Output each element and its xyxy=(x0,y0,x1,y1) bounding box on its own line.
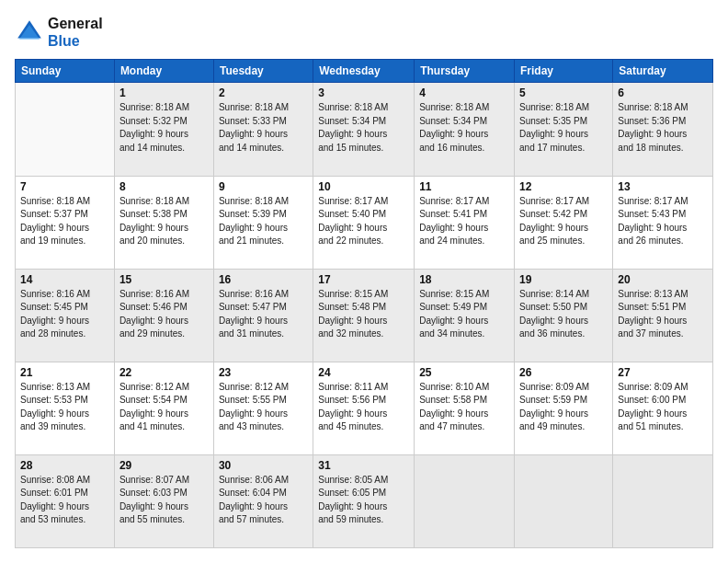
day-info: Sunrise: 8:17 AM Sunset: 5:41 PM Dayligh… xyxy=(419,195,509,248)
calendar-cell: 5Sunrise: 8:18 AM Sunset: 5:35 PM Daylig… xyxy=(515,83,613,176)
calendar-cell xyxy=(515,454,613,547)
calendar-cell: 8Sunrise: 8:18 AM Sunset: 5:38 PM Daylig… xyxy=(114,176,213,269)
day-number: 26 xyxy=(519,366,608,379)
day-info: Sunrise: 8:17 AM Sunset: 5:42 PM Dayligh… xyxy=(519,195,608,248)
logo-icon xyxy=(15,17,44,47)
calendar-week-row: 21Sunrise: 8:13 AM Sunset: 5:53 PM Dayli… xyxy=(16,362,713,454)
day-info: Sunrise: 8:15 AM Sunset: 5:49 PM Dayligh… xyxy=(419,288,509,341)
calendar-cell: 31Sunrise: 8:05 AM Sunset: 6:05 PM Dayli… xyxy=(313,454,415,547)
day-number: 21 xyxy=(20,366,109,379)
calendar-cell: 17Sunrise: 8:15 AM Sunset: 5:48 PM Dayli… xyxy=(313,269,415,362)
calendar-cell: 27Sunrise: 8:09 AM Sunset: 6:00 PM Dayli… xyxy=(613,362,713,454)
col-header-wednesday: Wednesday xyxy=(313,60,415,83)
day-number: 15 xyxy=(119,273,209,286)
calendar-cell xyxy=(613,454,713,547)
header: General Blue xyxy=(15,15,713,50)
day-number: 4 xyxy=(419,86,509,99)
calendar-cell: 7Sunrise: 8:18 AM Sunset: 5:37 PM Daylig… xyxy=(16,176,115,269)
day-info: Sunrise: 8:12 AM Sunset: 5:55 PM Dayligh… xyxy=(219,381,308,434)
day-info: Sunrise: 8:14 AM Sunset: 5:50 PM Dayligh… xyxy=(519,288,608,341)
day-info: Sunrise: 8:09 AM Sunset: 5:59 PM Dayligh… xyxy=(519,381,608,434)
calendar-cell: 24Sunrise: 8:11 AM Sunset: 5:56 PM Dayli… xyxy=(313,362,415,454)
day-info: Sunrise: 8:18 AM Sunset: 5:34 PM Dayligh… xyxy=(318,101,409,155)
logo-text: General Blue xyxy=(48,15,103,50)
day-info: Sunrise: 8:18 AM Sunset: 5:34 PM Dayligh… xyxy=(419,101,509,155)
calendar-cell: 10Sunrise: 8:17 AM Sunset: 5:40 PM Dayli… xyxy=(313,176,415,269)
day-number: 30 xyxy=(219,459,308,472)
calendar-cell: 22Sunrise: 8:12 AM Sunset: 5:54 PM Dayli… xyxy=(114,362,213,454)
day-number: 14 xyxy=(20,273,109,286)
day-number: 19 xyxy=(519,273,608,286)
calendar-cell: 11Sunrise: 8:17 AM Sunset: 5:41 PM Dayli… xyxy=(415,176,515,269)
col-header-sunday: Sunday xyxy=(16,60,115,83)
calendar-cell: 23Sunrise: 8:12 AM Sunset: 5:55 PM Dayli… xyxy=(213,362,313,454)
calendar-cell: 6Sunrise: 8:18 AM Sunset: 5:36 PM Daylig… xyxy=(613,83,713,176)
calendar-week-row: 1Sunrise: 8:18 AM Sunset: 5:32 PM Daylig… xyxy=(16,83,713,176)
calendar-cell: 18Sunrise: 8:15 AM Sunset: 5:49 PM Dayli… xyxy=(415,269,515,362)
calendar-cell: 30Sunrise: 8:06 AM Sunset: 6:04 PM Dayli… xyxy=(213,454,313,547)
calendar-table: SundayMondayTuesdayWednesdayThursdayFrid… xyxy=(15,59,713,548)
calendar-cell: 14Sunrise: 8:16 AM Sunset: 5:45 PM Dayli… xyxy=(16,269,115,362)
day-info: Sunrise: 8:18 AM Sunset: 5:36 PM Dayligh… xyxy=(618,101,708,155)
day-info: Sunrise: 8:18 AM Sunset: 5:37 PM Dayligh… xyxy=(20,195,109,248)
day-number: 31 xyxy=(318,459,409,472)
day-info: Sunrise: 8:18 AM Sunset: 5:38 PM Dayligh… xyxy=(119,195,209,248)
calendar-cell xyxy=(415,454,515,547)
calendar-cell: 20Sunrise: 8:13 AM Sunset: 5:51 PM Dayli… xyxy=(613,269,713,362)
day-number: 10 xyxy=(318,180,409,193)
day-number: 20 xyxy=(618,273,708,286)
day-number: 11 xyxy=(419,180,509,193)
day-number: 2 xyxy=(219,86,308,99)
calendar-cell: 13Sunrise: 8:17 AM Sunset: 5:43 PM Dayli… xyxy=(613,176,713,269)
day-info: Sunrise: 8:06 AM Sunset: 6:04 PM Dayligh… xyxy=(219,474,308,527)
calendar-cell: 9Sunrise: 8:18 AM Sunset: 5:39 PM Daylig… xyxy=(213,176,313,269)
day-number: 7 xyxy=(20,180,109,193)
col-header-friday: Friday xyxy=(515,60,613,83)
day-number: 6 xyxy=(618,86,708,99)
col-header-monday: Monday xyxy=(114,60,213,83)
calendar-cell: 29Sunrise: 8:07 AM Sunset: 6:03 PM Dayli… xyxy=(114,454,213,547)
calendar-cell: 4Sunrise: 8:18 AM Sunset: 5:34 PM Daylig… xyxy=(415,83,515,176)
col-header-saturday: Saturday xyxy=(613,60,713,83)
calendar-cell: 16Sunrise: 8:16 AM Sunset: 5:47 PM Dayli… xyxy=(213,269,313,362)
day-info: Sunrise: 8:15 AM Sunset: 5:48 PM Dayligh… xyxy=(318,288,409,341)
day-info: Sunrise: 8:16 AM Sunset: 5:45 PM Dayligh… xyxy=(20,288,109,341)
day-info: Sunrise: 8:12 AM Sunset: 5:54 PM Dayligh… xyxy=(119,381,209,434)
calendar-cell: 21Sunrise: 8:13 AM Sunset: 5:53 PM Dayli… xyxy=(16,362,115,454)
day-number: 28 xyxy=(20,459,109,472)
day-number: 9 xyxy=(219,180,308,193)
day-number: 8 xyxy=(119,180,209,193)
day-info: Sunrise: 8:09 AM Sunset: 6:00 PM Dayligh… xyxy=(618,381,708,434)
day-number: 16 xyxy=(219,273,308,286)
day-info: Sunrise: 8:16 AM Sunset: 5:46 PM Dayligh… xyxy=(119,288,209,341)
day-info: Sunrise: 8:11 AM Sunset: 5:56 PM Dayligh… xyxy=(318,381,409,434)
calendar-cell: 19Sunrise: 8:14 AM Sunset: 5:50 PM Dayli… xyxy=(515,269,613,362)
col-header-thursday: Thursday xyxy=(415,60,515,83)
day-info: Sunrise: 8:17 AM Sunset: 5:40 PM Dayligh… xyxy=(318,195,409,248)
day-number: 18 xyxy=(419,273,509,286)
logo: General Blue xyxy=(15,15,103,50)
calendar-cell: 2Sunrise: 8:18 AM Sunset: 5:33 PM Daylig… xyxy=(213,83,313,176)
day-info: Sunrise: 8:13 AM Sunset: 5:51 PM Dayligh… xyxy=(618,288,708,341)
calendar-cell: 12Sunrise: 8:17 AM Sunset: 5:42 PM Dayli… xyxy=(515,176,613,269)
day-number: 23 xyxy=(219,366,308,379)
day-number: 22 xyxy=(119,366,209,379)
calendar-cell: 25Sunrise: 8:10 AM Sunset: 5:58 PM Dayli… xyxy=(415,362,515,454)
calendar-header-row: SundayMondayTuesdayWednesdayThursdayFrid… xyxy=(16,60,713,83)
day-info: Sunrise: 8:07 AM Sunset: 6:03 PM Dayligh… xyxy=(119,474,209,527)
calendar-cell xyxy=(16,83,115,176)
calendar-week-row: 7Sunrise: 8:18 AM Sunset: 5:37 PM Daylig… xyxy=(16,176,713,269)
day-info: Sunrise: 8:18 AM Sunset: 5:33 PM Dayligh… xyxy=(219,101,308,155)
col-header-tuesday: Tuesday xyxy=(213,60,313,83)
day-info: Sunrise: 8:10 AM Sunset: 5:58 PM Dayligh… xyxy=(419,381,509,434)
day-number: 3 xyxy=(318,86,409,99)
day-number: 25 xyxy=(419,366,509,379)
day-number: 12 xyxy=(519,180,608,193)
day-info: Sunrise: 8:13 AM Sunset: 5:53 PM Dayligh… xyxy=(20,381,109,434)
calendar-week-row: 28Sunrise: 8:08 AM Sunset: 6:01 PM Dayli… xyxy=(16,454,713,547)
calendar-cell: 26Sunrise: 8:09 AM Sunset: 5:59 PM Dayli… xyxy=(515,362,613,454)
page: General Blue SundayMondayTuesdayWednesda… xyxy=(0,0,728,563)
day-info: Sunrise: 8:17 AM Sunset: 5:43 PM Dayligh… xyxy=(618,195,708,248)
calendar-cell: 28Sunrise: 8:08 AM Sunset: 6:01 PM Dayli… xyxy=(16,454,115,547)
day-number: 17 xyxy=(318,273,409,286)
